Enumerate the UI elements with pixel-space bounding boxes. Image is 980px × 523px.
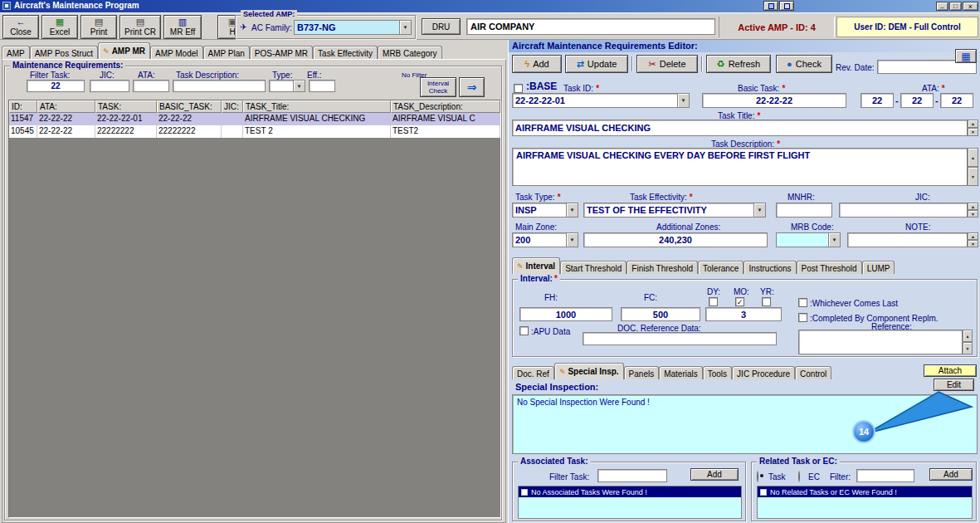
list-checkbox[interactable] [760, 489, 767, 496]
col-jic[interactable]: JIC: [222, 100, 243, 113]
tab-post-threshold[interactable]: Post Threshold [797, 261, 862, 274]
whichever-checkbox[interactable] [798, 298, 807, 307]
col-task-title[interactable]: TASK_Title: [243, 100, 391, 113]
jic-field[interactable] [839, 203, 968, 218]
task-title-field[interactable]: AIRFRAME VISUAL CHECKING [512, 120, 968, 136]
update-button[interactable]: ⇄ Update [565, 55, 628, 73]
related-task-list[interactable]: No Related Tasks or EC Were Found ! [757, 486, 973, 519]
dru-button[interactable]: DRU [422, 18, 461, 35]
assoc-filter-input[interactable] [597, 469, 667, 482]
check-button[interactable]: ● Check [776, 55, 832, 73]
chevron-down-icon[interactable]: ▼ [566, 233, 578, 247]
apply-filter-arrow-button[interactable]: ⇒ [459, 77, 485, 97]
yr-checkbox[interactable] [762, 297, 771, 306]
col-basic-task[interactable]: BASIC_TASK: [157, 100, 222, 113]
dy-checkbox[interactable] [709, 297, 718, 306]
base-checkbox[interactable] [514, 84, 523, 93]
print-button[interactable]: ▤ Print [80, 15, 117, 39]
related-filter-input[interactable] [856, 469, 914, 482]
apu-data-checkbox[interactable] [519, 326, 529, 335]
tab-instructions[interactable]: Instructions [744, 261, 796, 274]
main-zone-select[interactable]: 200 ▼ [512, 232, 578, 247]
col-ata[interactable]: ATA: [37, 100, 95, 113]
tab-amp-mr[interactable]: ✎ AMP MR [98, 42, 150, 59]
tab-start-threshold[interactable]: Start Threshold [560, 261, 627, 274]
tab-materials[interactable]: Materials [659, 366, 703, 379]
mrb-code-select[interactable]: ▼ [776, 232, 841, 247]
task-description-area[interactable]: AIRFRAME VISUAL CHECKING EVERY DAY BEFOR… [512, 148, 968, 186]
company-field[interactable]: AIR COMPANY [466, 18, 715, 35]
refresh-button[interactable]: ♻ Refresh [706, 55, 771, 73]
task-type-select[interactable]: INSP ▼ [512, 203, 578, 218]
tab-special-insp[interactable]: ✎ Special Insp. [554, 363, 624, 379]
calendar-button[interactable]: ▦ [955, 49, 977, 63]
jic-spinner[interactable]: ▲ ▼ [968, 203, 978, 218]
ac-family-select[interactable]: B737-NG ▼ [294, 20, 412, 35]
spin-down-icon[interactable]: ▼ [963, 342, 973, 354]
doc-reference-field[interactable] [583, 332, 777, 345]
note-field[interactable] [847, 232, 968, 247]
tab-tolerance[interactable]: Tolerance [698, 261, 744, 274]
col-id[interactable]: ID: [9, 100, 37, 113]
spin-down-icon[interactable]: ▼ [968, 128, 978, 136]
chevron-down-icon[interactable]: ▼ [753, 203, 765, 217]
assoc-add-button[interactable]: Add [690, 468, 739, 481]
filter-type-select[interactable]: ▼ [269, 80, 305, 92]
spin-up-icon[interactable]: ▲ [968, 120, 978, 128]
table-row[interactable]: 10545 22-22-22 22222222 22222222 TEST 2 … [9, 125, 500, 138]
note-spinner[interactable]: ▲ ▼ [968, 232, 978, 247]
ata-field-1[interactable]: 22 [861, 93, 894, 108]
spin-down-icon[interactable]: ▼ [968, 240, 978, 247]
titlebar-tool-button-2[interactable] [779, 1, 794, 11]
interval-check-button[interactable]: Interval Check [420, 77, 456, 97]
filter-eff-input[interactable] [309, 80, 335, 92]
associated-task-list[interactable]: No Associated Tasks Were Found ! [518, 486, 742, 519]
spin-down-icon[interactable]: ▼ [968, 167, 978, 186]
titlebar-tool-button-1[interactable] [763, 1, 778, 11]
maximize-button[interactable]: □ [949, 2, 962, 11]
ec-radio[interactable] [798, 471, 800, 482]
tab-doc-ref[interactable]: Doc. Ref [512, 366, 554, 379]
reference-area[interactable] [798, 330, 963, 354]
col-task-description[interactable]: TASK_Description: [391, 100, 500, 113]
list-checkbox[interactable] [521, 489, 528, 496]
col-task[interactable]: TASK: [95, 100, 157, 113]
spin-up-icon[interactable]: ▲ [968, 232, 978, 240]
tab-amp-pos-struct[interactable]: AMP Pos Struct [30, 46, 98, 59]
task-radio[interactable] [757, 471, 758, 482]
print-cr-button[interactable]: ▤ Print CR [119, 15, 161, 39]
related-add-button[interactable]: Add [929, 468, 973, 481]
tab-panels[interactable]: Panels [624, 366, 660, 379]
list-body[interactable] [519, 497, 741, 518]
spin-up-icon[interactable]: ▲ [968, 148, 978, 167]
mr-eff-button[interactable]: ▥ MR Eff [163, 15, 202, 39]
tab-jic-procedure[interactable]: JIC Procedure [732, 366, 795, 379]
attach-button[interactable]: Attach [924, 364, 977, 377]
filter-task-input[interactable]: 22 [27, 80, 85, 92]
fh-field[interactable]: 1000 [519, 307, 612, 321]
chevron-down-icon[interactable]: ▼ [293, 81, 305, 91]
completed-checkbox[interactable] [798, 313, 807, 322]
add-button[interactable]: ϟ Add [512, 55, 562, 73]
spin-down-icon[interactable]: ▼ [968, 210, 978, 218]
tab-control[interactable]: Control [795, 366, 831, 379]
tab-task-effectivity[interactable]: Task Effectivity [313, 46, 378, 59]
spin-up-icon[interactable]: ▲ [963, 330, 973, 342]
chevron-down-icon[interactable]: ▼ [566, 203, 578, 217]
task-title-spinner[interactable]: ▲ ▼ [968, 120, 978, 136]
filter-ata-input[interactable] [133, 80, 169, 92]
tab-finish-threshold[interactable]: Finish Threshold [627, 261, 698, 274]
reference-spinner[interactable]: ▲ ▼ [963, 330, 973, 354]
additional-zones-field[interactable]: 240,230 [583, 232, 768, 247]
basic-task-field[interactable]: 22-22-22 [702, 93, 846, 108]
tab-lump[interactable]: LUMP [862, 261, 895, 274]
spin-up-icon[interactable]: ▲ [968, 203, 978, 210]
tab-interval[interactable]: ✎ Interval [512, 257, 560, 274]
tab-amp[interactable]: AMP [2, 46, 30, 59]
tab-amp-model[interactable]: AMP Model [150, 46, 203, 59]
delete-button[interactable]: ✂ Delete [636, 55, 698, 73]
chevron-down-icon[interactable]: ▼ [677, 94, 689, 107]
filter-desc-input[interactable] [173, 80, 266, 92]
chevron-down-icon[interactable]: ▼ [399, 21, 411, 34]
table-row-selected[interactable]: 11547 22-22-22 22-22-22-01 22-22-22 AIRF… [9, 113, 500, 125]
